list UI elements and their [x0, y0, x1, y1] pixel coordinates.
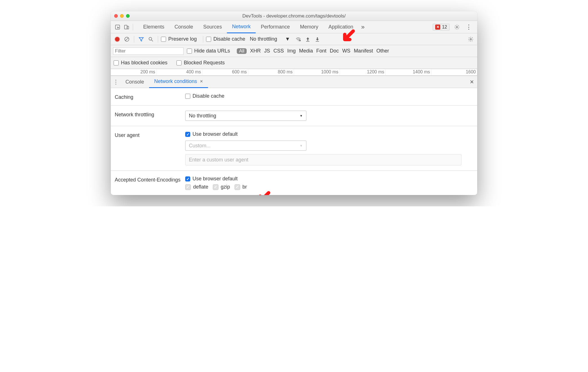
zoom-window-button[interactable] [126, 14, 130, 18]
panel-disable-cache-checkbox[interactable]: Disable cache [185, 93, 470, 99]
encodings-label: Accepted Content-Encodings [115, 176, 185, 183]
section-encodings: Accepted Content-Encodings Use browser d… [111, 171, 477, 195]
settings-gear-icon[interactable] [452, 23, 461, 32]
tab-performance[interactable]: Performance [256, 21, 295, 33]
svg-point-12 [470, 38, 472, 40]
filter-icon[interactable] [137, 35, 145, 43]
timeline-ruler[interactable]: 200 ms 400 ms 600 ms 800 ms 1000 ms 1200… [111, 69, 477, 76]
svg-rect-2 [127, 26, 129, 29]
drawer-tab-network-conditions[interactable]: Network conditions × [149, 76, 208, 88]
toggle-device-toolbar-icon[interactable] [122, 23, 131, 32]
caching-label: Caching [115, 93, 185, 100]
filter-other[interactable]: Other [376, 48, 389, 54]
filter-img[interactable]: Img [287, 48, 296, 54]
drawer-tab-console[interactable]: Console [120, 76, 149, 88]
throttling-select[interactable]: No throttling ▼ [250, 36, 290, 42]
drawer-close-icon[interactable]: × [470, 78, 474, 86]
ua-use-default-input[interactable] [185, 132, 190, 137]
encoding-br-input [235, 184, 240, 190]
tab-application[interactable]: Application [323, 21, 358, 33]
filter-js[interactable]: JS [264, 48, 270, 54]
filter-input[interactable] [113, 47, 184, 55]
has-blocked-cookies-checkbox[interactable]: Has blocked cookies [114, 60, 167, 66]
svg-rect-10 [306, 41, 310, 41]
enc-use-default-input[interactable] [185, 176, 190, 181]
chevron-down-icon: ▼ [300, 144, 303, 147]
search-icon[interactable] [147, 35, 155, 43]
filter-media[interactable]: Media [299, 48, 313, 54]
timeline-tick: 200 ms [111, 69, 157, 75]
hide-data-urls-label: Hide data URLs [194, 48, 230, 54]
network-conditions-icon[interactable] [294, 35, 302, 43]
error-icon: ✕ [435, 25, 440, 30]
minimize-window-button[interactable] [120, 14, 124, 18]
titlebar: DevTools - developer.chrome.com/tags/dev… [111, 11, 477, 21]
timeline-tick: 1000 ms [294, 69, 340, 75]
blocked-requests-input[interactable] [176, 60, 182, 65]
has-blocked-cookies-input[interactable] [114, 60, 119, 65]
preserve-log-checkbox[interactable]: Preserve log [161, 36, 197, 42]
hide-data-urls-checkbox[interactable]: Hide data URLs [187, 48, 230, 54]
tab-console[interactable]: Console [169, 21, 198, 33]
more-menu-icon[interactable]: ⋮ [464, 23, 473, 32]
drawer-tabbar: ⋮ Console Network conditions × × [111, 76, 477, 88]
throttling-select-panel[interactable]: No throttling ▼ [185, 111, 306, 121]
clear-button[interactable] [123, 35, 131, 43]
filter-bar: Hide data URLs All XHR JS CSS Img Media … [111, 45, 477, 57]
record-button[interactable] [113, 35, 121, 43]
timeline-tick: 600 ms [202, 69, 248, 75]
blocked-requests-checkbox[interactable]: Blocked Requests [176, 60, 225, 66]
svg-line-5 [125, 38, 129, 41]
network-conditions-panel: Caching Disable cache Network throttling… [111, 88, 477, 195]
filter-font[interactable]: Font [316, 48, 326, 54]
filter-chip-all[interactable]: All [237, 48, 247, 54]
filter-ws[interactable]: WS [342, 48, 350, 54]
download-har-icon[interactable] [313, 35, 322, 43]
tab-memory[interactable]: Memory [295, 21, 323, 33]
encoding-gzip-label: gzip [221, 184, 230, 190]
preserve-log-input[interactable] [161, 37, 166, 42]
encoding-deflate-label: deflate [193, 184, 208, 190]
throttling-select-value: No throttling [189, 113, 216, 119]
svg-point-3 [456, 26, 458, 28]
panel-disable-cache-input[interactable] [185, 94, 190, 99]
filter-checkbar: Has blocked cookies Blocked Requests [111, 57, 477, 69]
throttling-label: Network throttling [115, 111, 185, 118]
blocked-requests-label: Blocked Requests [184, 60, 225, 66]
svg-rect-11 [316, 41, 319, 41]
inspect-element-icon[interactable] [113, 23, 122, 32]
tab-network[interactable]: Network [227, 21, 256, 33]
window-controls [114, 14, 130, 18]
chevron-down-icon: ▼ [300, 114, 303, 117]
hide-data-urls-input[interactable] [187, 49, 192, 54]
close-window-button[interactable] [114, 14, 118, 18]
enc-use-default-checkbox[interactable]: Use browser default [185, 176, 470, 182]
devtools-window: DevTools - developer.chrome.com/tags/dev… [111, 11, 477, 195]
drawer-menu-icon[interactable]: ⋮ [113, 78, 119, 85]
window-title: DevTools - developer.chrome.com/tags/dev… [114, 13, 474, 19]
filter-xhr[interactable]: XHR [250, 48, 261, 54]
disable-cache-input[interactable] [206, 37, 211, 42]
filter-css[interactable]: CSS [273, 48, 284, 54]
encoding-br-label: br [242, 184, 247, 190]
disable-cache-checkbox[interactable]: Disable cache [206, 36, 245, 42]
network-settings-gear-icon[interactable] [467, 35, 475, 43]
tab-sources[interactable]: Sources [198, 21, 227, 33]
filter-manifest[interactable]: Manifest [354, 48, 373, 54]
enc-use-default-label: Use browser default [193, 176, 238, 182]
ua-custom-input [185, 154, 461, 165]
section-caching: Caching Disable cache [111, 88, 477, 106]
panel-disable-cache-label: Disable cache [193, 93, 224, 99]
ua-use-default-checkbox[interactable]: Use browser default [185, 131, 470, 137]
error-count-badge[interactable]: ✕ 12 [433, 24, 450, 30]
upload-har-icon[interactable] [304, 35, 312, 43]
encoding-br: br [235, 184, 247, 190]
tab-elements[interactable]: Elements [138, 21, 169, 33]
timeline-tick: 400 ms [157, 69, 203, 75]
close-tab-icon[interactable]: × [200, 78, 203, 84]
tabs-overflow-icon[interactable]: » [358, 23, 367, 32]
filter-doc[interactable]: Doc [330, 48, 339, 54]
dropdown-triangle-icon: ▼ [285, 36, 290, 42]
svg-point-6 [149, 37, 152, 40]
user-agent-label: User agent [115, 131, 185, 138]
